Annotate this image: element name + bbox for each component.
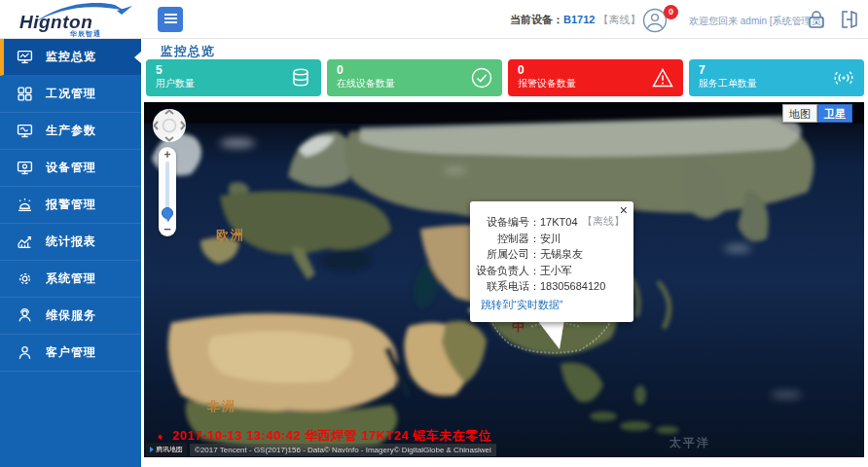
- popup-row-value: 18305684120: [540, 278, 633, 295]
- stat-card-work-orders[interactable]: 7 服务工单数量: [689, 59, 864, 96]
- stat-label: 报警设备数量: [518, 77, 673, 90]
- lock-icon: [807, 9, 826, 30]
- map-provider-logo: 腾讯地图: [146, 443, 187, 456]
- gear-icon: [17, 270, 33, 287]
- zoom-knob[interactable]: [162, 207, 173, 219]
- current-device-status: 【离线】: [597, 14, 640, 25]
- broadcast-icon: [832, 66, 855, 90]
- support-agent-icon: [17, 307, 33, 324]
- lock-screen-button[interactable]: [807, 9, 826, 34]
- map-canvas[interactable]: + − 地图 卫星 欧洲 非洲 中 国 太平洋 × 【离线】 设备编号：17KT…: [144, 102, 864, 457]
- logout-icon: [839, 9, 860, 30]
- sidebar-item-label: 系统管理: [46, 270, 96, 287]
- warning-triangle-icon: [651, 66, 674, 90]
- sidebar-item-label: 监控总览: [46, 49, 96, 65]
- brand-logo: Hignton 华辰智通: [14, 4, 136, 37]
- popup-tail: [531, 320, 570, 351]
- stat-value: 5: [156, 63, 311, 77]
- sidebar-item-label: 维保服务: [46, 307, 96, 324]
- map-type-satellite-button[interactable]: 卫星: [817, 104, 852, 123]
- stat-value: 7: [699, 63, 854, 77]
- sidebar-item-alarm-mgmt[interactable]: 报警管理: [0, 187, 141, 224]
- stat-label: 服务工单数量: [699, 77, 854, 90]
- map-label-pacific: 太平洋: [669, 435, 710, 451]
- popup-device-status: 【离线】: [582, 214, 625, 229]
- alert-bullet-icon: •: [158, 429, 163, 444]
- map-pan-control[interactable]: [150, 106, 189, 145]
- popup-row: 设备负责人：王小军: [470, 263, 633, 279]
- top-header: Hignton 华辰智通 当前设备：B1712 【离线】 0 欢迎您回来 adm…: [0, 0, 868, 39]
- grid-icon: [17, 86, 33, 102]
- monitor-icon: [17, 49, 33, 65]
- map-type-map-button[interactable]: 地图: [782, 104, 817, 123]
- stat-card-alarm-devices[interactable]: 0 报警设备数量: [508, 59, 683, 96]
- map-provider-name: 腾讯地图: [156, 445, 183, 454]
- sidebar-item-statistics-reports[interactable]: 统计报表: [0, 224, 141, 261]
- popup-row-label: 设备负责人：: [470, 263, 540, 279]
- popup-row: 所属公司：无锡泉友: [470, 246, 633, 263]
- hamburger-icon: [164, 14, 177, 16]
- map-provider-logo-icon: [150, 447, 154, 452]
- stat-value: 0: [518, 63, 673, 77]
- page-title: 监控总览: [161, 43, 215, 60]
- popup-row-label: 控制器：: [470, 231, 540, 247]
- current-device-value: B1712: [563, 14, 595, 25]
- map-type-switcher: 地图 卫星: [782, 104, 852, 123]
- device-screen-icon: [17, 160, 33, 176]
- logout-button[interactable]: [839, 9, 860, 34]
- popup-row-value: 无锡泉友: [540, 246, 633, 263]
- map-label-europe: 欧洲: [216, 227, 245, 244]
- zoom-out-button[interactable]: −: [159, 222, 176, 236]
- popup-row: 控制器：安川: [470, 231, 633, 247]
- map-attribution: 腾讯地图 ©2017 Tencent - GS(2017)156 - Data©…: [146, 443, 496, 456]
- sidebar-item-monitor-overview[interactable]: 监控总览: [0, 39, 141, 76]
- chart-icon: [17, 234, 33, 250]
- customer-person-icon: [17, 344, 33, 361]
- screen-wave-icon: [17, 123, 33, 139]
- database-icon: [289, 66, 312, 90]
- stat-card-online-devices[interactable]: 0 在线设备数量: [327, 59, 502, 96]
- brand-subtitle: 华辰智通: [70, 29, 101, 39]
- welcome-text: 欢迎您回来 admin [系统管理员]: [689, 15, 823, 28]
- stat-cards-row: 5 用户数量 0 在线设备数量 0 报警设备数量 7 服务工单数量: [146, 59, 864, 96]
- sidebar-item-system-mgmt[interactable]: 系统管理: [0, 261, 141, 298]
- stat-label: 用户数量: [156, 77, 311, 90]
- sidebar-item-label: 工况管理: [46, 86, 96, 102]
- popup-row-value: 王小军: [540, 263, 633, 279]
- current-device-info: 当前设备：B1712 【离线】: [510, 13, 640, 27]
- check-circle-icon: [470, 66, 493, 90]
- map-zoom-slider[interactable]: + −: [159, 147, 176, 236]
- map-label-africa: 非洲: [207, 398, 236, 415]
- popup-row-label: 联系电话：: [470, 278, 540, 295]
- sidebar-nav: 监控总览 工况管理 生产参数 设备管理 报警管理 统计报表 系统管理 维保服务 …: [0, 39, 141, 467]
- sidebar-item-label: 报警管理: [46, 197, 96, 213]
- popup-row: 联系电话：18305684120: [470, 278, 633, 295]
- sidebar-toggle-button[interactable]: [158, 7, 183, 32]
- sidebar-item-condition-mgmt[interactable]: 工况管理: [0, 76, 141, 113]
- sidebar-item-production-params[interactable]: 生产参数: [0, 113, 141, 150]
- current-device-label: 当前设备：: [510, 14, 563, 25]
- sidebar-item-label: 统计报表: [46, 234, 96, 250]
- sidebar-item-label: 设备管理: [46, 160, 96, 176]
- popup-row-value: 安川: [540, 231, 633, 247]
- popup-row-label: 所属公司：: [470, 246, 540, 263]
- device-info-popup: × 【离线】 设备编号：17KT04 控制器：安川 所属公司：无锡泉友 设备负责…: [470, 201, 633, 322]
- sidebar-item-maintenance-service[interactable]: 维保服务: [0, 298, 141, 335]
- sidebar-item-device-mgmt[interactable]: 设备管理: [0, 150, 141, 187]
- user-menu-button[interactable]: 0: [642, 8, 683, 33]
- sidebar-item-customer-mgmt[interactable]: 客户管理: [0, 335, 141, 372]
- stat-card-users[interactable]: 5 用户数量: [146, 59, 321, 96]
- notification-badge: 0: [664, 5, 678, 19]
- stat-label: 在线设备数量: [337, 77, 492, 90]
- stat-value: 0: [337, 63, 492, 77]
- zoom-in-button[interactable]: +: [159, 148, 176, 162]
- sidebar-item-label: 客户管理: [46, 344, 96, 361]
- alarm-siren-icon: [17, 197, 33, 213]
- popup-realtime-data-link[interactable]: 跳转到“实时数据”: [481, 298, 562, 312]
- popup-row-label: 设备编号：: [470, 214, 540, 231]
- sidebar-item-label: 生产参数: [46, 123, 96, 139]
- map-copyright-text: ©2017 Tencent - GS(2017)156 - Data© NavI…: [190, 444, 496, 456]
